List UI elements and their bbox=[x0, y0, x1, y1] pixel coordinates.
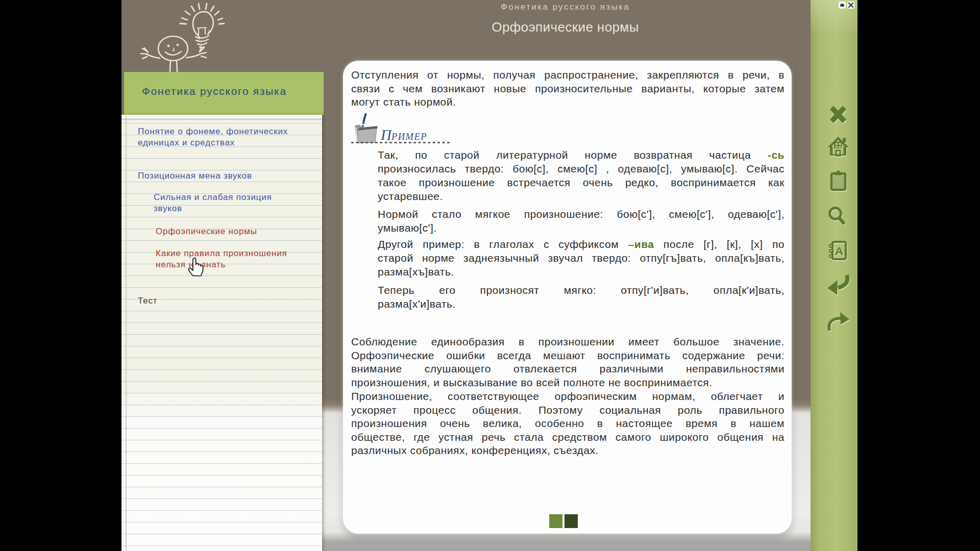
svg-text:A: A bbox=[835, 245, 843, 258]
